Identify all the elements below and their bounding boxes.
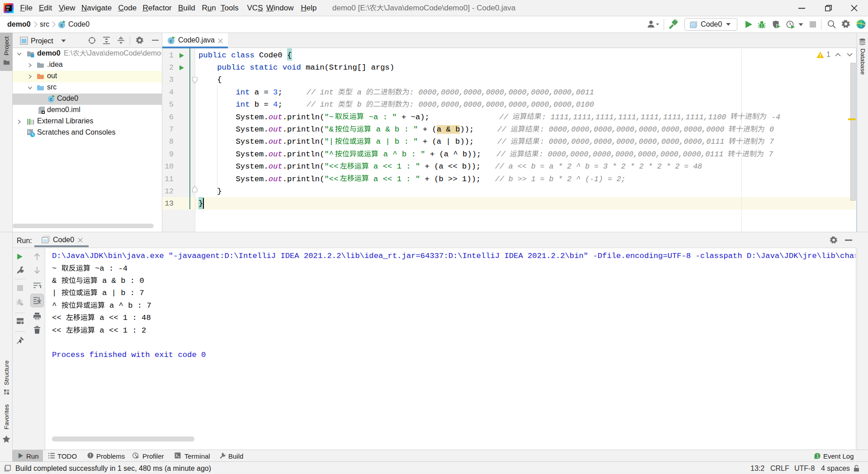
svg-text:c: c <box>61 22 63 28</box>
svg-text:1: 1 <box>816 454 819 459</box>
svg-text:c: c <box>50 97 52 102</box>
svg-text:c: c <box>170 38 173 43</box>
svg-text:IJ: IJ <box>6 6 9 9</box>
